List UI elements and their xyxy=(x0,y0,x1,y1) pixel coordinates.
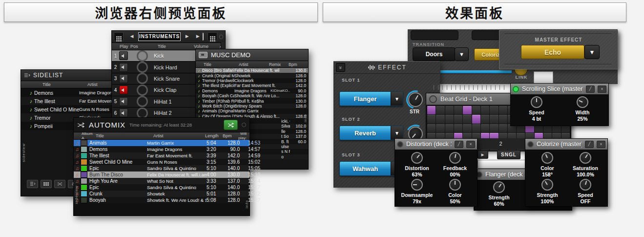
beat-grid-cell[interactable] xyxy=(445,124,454,132)
track-row[interactable]: ♫ High You Are What So Not 3:33 137.0 15… xyxy=(74,178,249,184)
close-icon[interactable]: x xyxy=(597,141,605,148)
param-knob[interactable] xyxy=(577,96,588,108)
beat-grid-cell[interactable] xyxy=(472,124,480,132)
col-play[interactable]: Play xyxy=(120,44,130,49)
slot2-effect-value[interactable]: Reverb xyxy=(340,126,391,140)
beat-grid-cell[interactable] xyxy=(427,115,436,123)
grid-view-button[interactable] xyxy=(41,180,52,188)
master-effect-dropdown-button[interactable]: ▼ xyxy=(584,45,600,59)
track-row[interactable]: ♪ Crunk (Original Mix) Showtek 128.0 xyxy=(196,73,308,78)
beat-grid-cell[interactable] xyxy=(481,115,489,123)
panel-dot-button[interactable] xyxy=(242,123,246,127)
automix-column-headers[interactable]: Album A Title Artist Length Bpm Will pla… xyxy=(74,132,249,140)
col-title[interactable]: Title xyxy=(204,62,239,67)
beat-grid-cell[interactable] xyxy=(454,115,462,123)
sidelist-view-button[interactable] xyxy=(27,180,38,188)
play-pad-button[interactable] xyxy=(119,86,128,94)
beat-grid-cell[interactable] xyxy=(499,115,507,123)
beat-grid-cell[interactable] xyxy=(490,106,498,114)
param-knob[interactable] xyxy=(449,152,461,164)
track-row[interactable]: ♫ Epic Sandro Silva & Quintino 5:10 140.… xyxy=(74,165,249,172)
beat-grid-cell[interactable] xyxy=(499,124,507,132)
slot1-effect-value[interactable]: Flanger xyxy=(340,92,391,106)
beat-grid-cell[interactable] xyxy=(499,106,507,114)
info-side-tab[interactable]: info xyxy=(303,114,308,122)
beat-grid-cell[interactable] xyxy=(436,124,444,132)
track-row[interactable]: ♫ Burn The Disco Felix Da Housecat ft. w… xyxy=(74,172,249,178)
beat-grid-cell[interactable] xyxy=(427,124,436,132)
beat-grid-cell[interactable] xyxy=(481,124,489,132)
col-will-play[interactable]: Will play: xyxy=(238,131,249,140)
automix-shuffle-button[interactable] xyxy=(224,120,238,130)
beat-grid-cell[interactable] xyxy=(454,106,462,114)
track-row[interactable]: ♫ Animals Martin Garrix 5:04 128.0 14:53 xyxy=(74,140,249,146)
track-row[interactable]: ♪ Demons Imagine Dragons KIDinaKO.. 90.0 xyxy=(196,88,308,93)
progress-bar[interactable] xyxy=(478,160,527,169)
beat-grid-cell[interactable] xyxy=(445,106,454,114)
beat-grid-cell[interactable] xyxy=(454,124,462,132)
track-row[interactable]: ♫ Crunk Showtek 5:01 128.0 15:22 xyxy=(74,191,249,197)
track-row[interactable]: ♪ Timber (R3hab Remix) Pitbull ft. Ke$ha… xyxy=(196,98,308,103)
col-length[interactable]: Length xyxy=(205,133,223,138)
edit-icon[interactable]: ╱ xyxy=(585,141,594,148)
colorize-header[interactable]: Colorize (master) ╱ x xyxy=(525,139,607,150)
master-effect-select[interactable]: Echo xyxy=(521,45,584,59)
power-led[interactable] xyxy=(397,141,403,148)
col-artist[interactable]: Artist xyxy=(239,62,269,67)
dropdown-arrow[interactable]: ▼ xyxy=(391,92,403,106)
track-row[interactable]: ♪ Booyah (Cash Cash E... Showtek ft. We … xyxy=(196,93,308,98)
track-row[interactable]: ♫ Booyah Showtek ft. We Are Loud! & S...… xyxy=(74,197,249,203)
beat-grid-cell[interactable] xyxy=(445,115,454,123)
param-knob[interactable] xyxy=(411,179,423,191)
play-pad-button[interactable] xyxy=(119,74,128,83)
record-ring-icon[interactable] xyxy=(429,95,437,103)
param-knob[interactable] xyxy=(580,152,591,164)
col-bpm[interactable]: Bpm xyxy=(289,62,297,67)
sngl-button[interactable]: SNGL xyxy=(497,150,520,159)
shuffle-button[interactable] xyxy=(54,180,65,188)
musc-demo-column-headers[interactable]: Title Artist Remix Bpm xyxy=(196,61,308,68)
col-title[interactable]: Title xyxy=(96,133,153,138)
param-knob[interactable] xyxy=(411,152,423,164)
instruments-bank-title[interactable]: INSTRUMENTS xyxy=(138,32,181,41)
play-pad-button[interactable] xyxy=(119,51,128,60)
beat-grid-cell[interactable] xyxy=(490,115,498,123)
track-row[interactable]: ♫ Epic Sandro Silva & Quintino 5:10 140.… xyxy=(74,184,249,191)
track-row[interactable]: ♪ Disco (Bro Safari Remix) Felix Da Hous… xyxy=(196,68,308,73)
grid-layout-icon[interactable] xyxy=(208,32,217,41)
prev-bank-button[interactable]: ◀ xyxy=(127,33,136,41)
track-row[interactable]: ♪ Work Bitch (Original M... Britney Spea… xyxy=(196,104,308,108)
col-volume[interactable]: Volume xyxy=(194,44,219,49)
param-knob[interactable] xyxy=(449,179,461,191)
skip-bank-button[interactable]: ▶ xyxy=(193,33,204,41)
power-led[interactable] xyxy=(527,141,534,148)
scrolling-slice-header[interactable]: Scrolling Slice (master) ╱ x xyxy=(511,84,608,94)
crossfader-blue-track[interactable] xyxy=(440,70,512,73)
close-icon[interactable]: x xyxy=(466,141,475,148)
deck-button-stub[interactable] xyxy=(411,30,458,40)
beat-grid-cell[interactable] xyxy=(427,106,436,114)
param-knob[interactable] xyxy=(531,96,542,108)
track-row[interactable]: ♫ Sweet Child O Mine Guns N Roses 3:15 1… xyxy=(74,159,249,165)
close-icon[interactable]: x xyxy=(598,86,606,93)
dropdown-arrow[interactable]: ▼ xyxy=(391,126,403,140)
slot1-effect-select[interactable]: Flanger ▼ xyxy=(339,91,403,106)
col-bpm[interactable]: Bpm xyxy=(223,133,238,138)
beat-grid-cell[interactable] xyxy=(436,115,444,123)
track-row[interactable]: ♫ The Illest Far East Movement ft. 3:39 … xyxy=(74,152,249,159)
slot3-effect-value[interactable]: Wahwah xyxy=(340,162,391,175)
col-artist[interactable]: Artist xyxy=(153,133,205,138)
beat-grid-cell[interactable] xyxy=(490,124,498,132)
sideview-tab[interactable]: sideview xyxy=(74,185,79,204)
power-led[interactable] xyxy=(513,86,519,92)
beat-grid-cell[interactable] xyxy=(481,106,489,114)
play-pad-button[interactable] xyxy=(119,63,128,72)
track-row[interactable]: ♪ Tremor (Hardwell Ram... Clockwork 128.… xyxy=(196,78,308,83)
col-pos[interactable]: Pos xyxy=(130,44,158,49)
slot1-strength-knob[interactable] xyxy=(408,92,423,107)
beat-grid-cell[interactable] xyxy=(463,124,471,132)
param-knob[interactable] xyxy=(541,179,553,191)
beat-grid-cell[interactable] xyxy=(472,106,480,114)
slot3-effect-select[interactable]: Wahwah ▼ xyxy=(339,161,403,176)
play-pad-button[interactable] xyxy=(119,97,128,106)
